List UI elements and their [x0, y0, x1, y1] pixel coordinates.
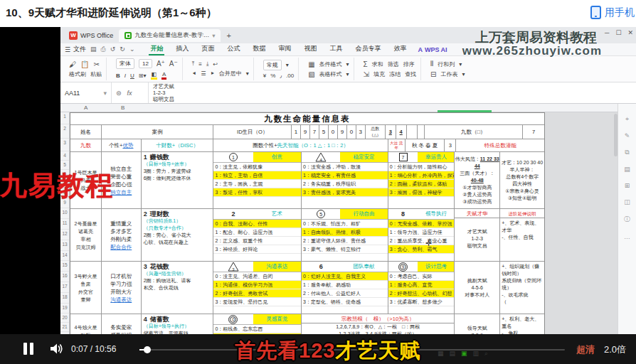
bold-button[interactable]: B [116, 73, 120, 79]
rows-cols-button[interactable]: 行和列 [438, 60, 455, 68]
font-shrink-icon[interactable]: A⁻ [169, 60, 178, 68]
align-center-icon[interactable]: ☰ [201, 70, 206, 77]
tab-page[interactable]: 页面 [200, 43, 216, 55]
trait-col-8[interactable]: 8领导执行 0：无安全感、依赖、掌控强 1：领导力强、适应力佳 2：重品质享受、… [388, 209, 455, 262]
trait-col-7[interactable]: 7幸运贵人 0：分析能力弱，随性粗心 1：细心分析，外冷内热，探索 2：圆融，柔… [388, 152, 455, 209]
money-number-cell-2[interactable]: 2理财数 （营销特质B.1） （只数专才+合作） 2圈：劳心、省小花大 心软、钱… [142, 209, 214, 262]
total-value[interactable]: 3 [386, 125, 396, 139]
talent-cell-123[interactable]: 天赋才华 才艺天赋 1-2-3 聪明文昌 [455, 209, 500, 262]
align-left-icon[interactable]: ⯇ [192, 70, 196, 77]
header-seasons[interactable]: 秋 冬 春 夏 [406, 139, 445, 152]
font-name-select[interactable]: 宋体 [116, 58, 134, 69]
select-tool-icon[interactable]: ⌖ [625, 115, 629, 123]
star-cell-2[interactable]: 2号蔓藤星诸葛亮宰相贝克汉姆 [70, 209, 102, 262]
align-bottom-icon[interactable]: ⤓ [206, 60, 209, 68]
align-top-icon[interactable]: ⤒ [192, 60, 195, 68]
nine-number-label[interactable]: 九数（□） [425, 125, 524, 139]
font-color-icon[interactable]: A [161, 71, 166, 80]
personality-cell-3[interactable]: 口才机智学习力强开朗大方 沟通表达 [102, 262, 142, 314]
borders-icon[interactable]: ⊞▾ [139, 73, 147, 79]
tab-tools[interactable]: 工具 [328, 43, 344, 55]
money-number-cell-1[interactable]: 1赚钱数 （目标+领导+效率） 3圈：劳力，奔波劳碌 6圈：做到死还做不休 [142, 152, 214, 209]
header-nine[interactable]: 九数 [70, 139, 102, 152]
conditional-format-button[interactable]: 条件格式 [319, 60, 342, 68]
columns-icon[interactable]: ◫ [624, 198, 630, 205]
header-name[interactable]: 姓名 [70, 125, 102, 139]
format-painter-label[interactable]: 格式刷 [69, 70, 86, 78]
font-size-select[interactable]: 12 [139, 59, 152, 68]
number-format-select[interactable]: 常规 [263, 60, 282, 70]
comma-icon[interactable]: ٫ [280, 73, 282, 79]
trait-col-9[interactable]: 9设计思考 0：考虑自己、实际 1：服务心高、直觉 2：好奇想法、心动机、幻想 … [388, 262, 455, 314]
total-value[interactable]: 4 [396, 125, 407, 139]
paste-label[interactable]: 粘贴 [90, 70, 102, 78]
wps-ai-button[interactable]: A WPS AI [418, 46, 447, 53]
trait-col-2[interactable]: 2艺术 0：自我、没耐心、任性 1：配合、耐心、适应力强 2：正义感、双重个性 … [213, 209, 302, 262]
underline-button[interactable]: U [130, 73, 134, 79]
copy-panel-icon[interactable]: ⧉ [625, 149, 629, 156]
personality-cell-2[interactable]: 重情重义多才多艺外刚内柔 配合合作 [102, 209, 142, 262]
print-icon[interactable]: ⎙ [101, 46, 106, 53]
tab-review[interactable]: 审阅 [277, 43, 292, 55]
undo-icon[interactable]: ↺ [110, 46, 116, 53]
trait-col-3[interactable]: 3沟通表达 0：没主见、沟通差、自闭 1：沟通佳、模仿学习力强 2：好奇创意、勇… [213, 262, 302, 314]
progress-knob[interactable] [144, 346, 151, 353]
blank-cell[interactable] [407, 125, 418, 139]
table-icon[interactable]: ⊞ [625, 182, 630, 189]
help-icon[interactable]: ⓘ [624, 215, 630, 224]
table-style-button[interactable]: 表格样式 [319, 70, 342, 78]
table-title[interactable]: 九数生命能量信息表 [70, 113, 544, 125]
trait-col-5[interactable]: 5行动自由 0：不乐观、怕压力、粗犷 1：自由领队、热情、积极 2：重诺守信人际… [302, 209, 388, 262]
extension-cell-123[interactable]: 进阶延伸说明 +、艺术、表现、才华 -、任性、自我 [500, 209, 544, 262]
more-icon[interactable]: … [624, 233, 630, 240]
save-icon[interactable]: ▤ [90, 46, 97, 53]
sum-button[interactable]: 求和 [372, 60, 383, 68]
header-disc[interactable]: 十财数+（DISC） [142, 139, 214, 152]
extension-cell-456[interactable]: +、组织规划（赚钱时间） 系统归纳（空间环境） -、吹毛求疵 （ [500, 262, 544, 314]
tab-view[interactable]: 视图 [302, 43, 318, 55]
currency-icon[interactable]: ¥ [263, 73, 266, 79]
decimal-icon[interactable]: .00 [286, 73, 294, 79]
font-grow-icon[interactable]: A⁺ [157, 60, 165, 68]
season-count[interactable]: 3 [445, 139, 456, 152]
wrap-text-icon[interactable]: ↩ [213, 61, 218, 68]
speed-button[interactable]: 2.0倍 [604, 343, 626, 356]
trait-col-0[interactable]: 0灵感直觉 0：粗线条、忘东忘西 1：直觉敏捷、好奇 2：第六感、心思缜密 3：… [213, 314, 302, 334]
birth-digit[interactable]: 3 [356, 125, 366, 139]
birth-digit[interactable]: 5 [319, 125, 329, 139]
trait-col-6[interactable]: 6团队奉献 0：烂好人没主见、自我主义 1：服务奉献、易感动 2：付出他人、公益… [302, 262, 388, 314]
spreadsheet-table[interactable]: 九数生命能量信息表 姓名 案例 ID生日（O） 1 9 7 5 0 9 0 [70, 112, 545, 334]
birth-digit[interactable]: 9 [338, 125, 347, 139]
freeze-button[interactable]: 冻结 [389, 70, 401, 78]
wps-home-tab[interactable]: W WPS Office [63, 30, 119, 41]
religion-root-cell[interactable]: 宗教慧根（ 根）（>10为高） 1,2,6,7,8,9：有O、△：一根 □：两根… [302, 314, 455, 334]
redo-icon[interactable]: ↻ [120, 46, 125, 53]
birth-digit[interactable]: 1 [292, 125, 301, 139]
cell-name-box[interactable]: AA11 ▾ [60, 82, 112, 103]
header-case[interactable]: 案例 [102, 125, 214, 139]
birth-digit[interactable]: 7 [310, 125, 319, 139]
money-number-cell-3[interactable]: 3花钱数 （兴趣+陌生营销） 2圈：购物送礼、请客 私交、合伙花钱 [142, 262, 214, 314]
money-number-cell-4[interactable]: 4储蓄数 （目标+领导+执行） 储蓄节流、开源有钱 [142, 314, 214, 334]
extension-cell-789[interactable]: +、权利、老大、重名 -、争权 （ [500, 314, 544, 334]
align-middle-icon[interactable]: ≡ [198, 61, 202, 68]
merge-center-button[interactable]: 合并居中 [219, 70, 242, 77]
column-header-b[interactable]: B [121, 105, 124, 111]
video-frame[interactable]: W WPS Office 九数生命能量信息表-教学… ▾ + ─ ☐ ✕ 分享 [0, 27, 636, 334]
birth-digit[interactable]: 0 [329, 125, 338, 139]
chevron-down-icon[interactable]: ⌄ [129, 46, 135, 53]
fill-button[interactable]: 填充 [373, 70, 385, 78]
paste-icon[interactable]: 📋 [80, 60, 89, 68]
header-dayun[interactable]: 大运 流年 [388, 139, 406, 152]
tab-formula[interactable]: 公式 [226, 43, 241, 55]
align-right-icon[interactable]: ⯈ [210, 70, 214, 77]
close-button[interactable]: ✕ [627, 29, 633, 36]
column-header-a[interactable]: A [84, 105, 88, 111]
edit-icon[interactable]: ✎ [625, 132, 630, 139]
maximize-button[interactable]: ☐ [615, 29, 621, 36]
chart-icon[interactable]: ▤ [624, 166, 630, 173]
cut-icon[interactable]: ✂ [93, 60, 99, 68]
personality-link[interactable]: 配合合作 [110, 243, 132, 251]
volume-icon[interactable] [50, 343, 63, 358]
personality-link[interactable]: 优势 [122, 142, 133, 149]
